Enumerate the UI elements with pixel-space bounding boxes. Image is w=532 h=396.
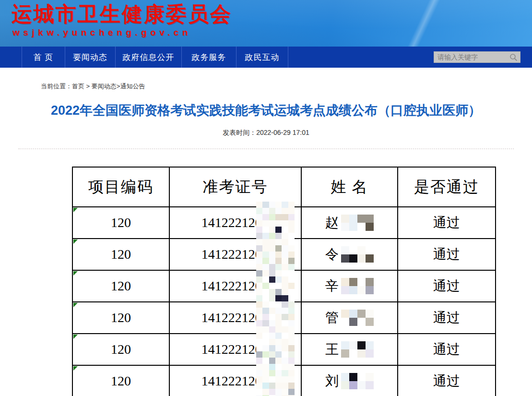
breadcrumb-label: 当前位置： xyxy=(41,83,72,90)
redaction-mosaic xyxy=(341,278,374,294)
col-header-name: 姓 名 xyxy=(301,167,398,207)
cell-project-code: 120 xyxy=(72,334,169,365)
site-domain: wsjkw.yuncheng.gov.cn xyxy=(12,27,191,38)
project-code-text: 120 xyxy=(111,278,131,293)
cell-passed: 通过 xyxy=(398,334,496,365)
search-icon[interactable] xyxy=(509,53,518,61)
surname-text: 令 xyxy=(325,245,339,264)
breadcrumb-separator: > xyxy=(84,83,92,90)
redaction-mosaic xyxy=(341,373,374,389)
project-code-text: 120 xyxy=(111,342,131,357)
surname-text: 辛 xyxy=(325,277,339,295)
nav-item-interaction[interactable]: 政民互动 xyxy=(236,47,288,68)
project-code-text: 120 xyxy=(111,310,131,325)
project-code-text: 120 xyxy=(111,215,131,230)
site-header: 运城市卫生健康委员会 wsjkw.yuncheng.gov.cn xyxy=(0,0,532,47)
project-code-text: 120 xyxy=(111,247,131,262)
breadcrumb-link-2[interactable]: 通知公告 xyxy=(120,83,145,90)
cell-corner-flag-icon xyxy=(73,335,78,339)
col-header-passed: 是否通过 xyxy=(398,167,496,207)
nav-item-gov-info[interactable]: 政府信息公开 xyxy=(115,47,181,68)
cell-corner-flag-icon xyxy=(73,271,78,276)
surname-text: 赵 xyxy=(325,214,339,232)
cell-name: 管 xyxy=(301,302,398,334)
cell-name: 令 xyxy=(301,239,398,270)
project-code-text: 120 xyxy=(111,373,131,388)
cell-passed: 通过 xyxy=(398,239,496,270)
surname-text: 王 xyxy=(325,340,339,359)
col-header-project-code: 项目编码 xyxy=(72,167,169,207)
page-title: 2022年全国医师资格考试实践技能考试运城考点成绩公布（口腔执业医师） xyxy=(0,102,532,119)
cell-passed: 通过 xyxy=(398,207,496,239)
nav-menu: 首 页要闻动态政府信息公开政务服务政民互动 xyxy=(22,47,288,68)
breadcrumb: 当前位置：首页 > 要闻动态>通知公告 xyxy=(41,82,145,91)
cell-passed: 通过 xyxy=(398,365,496,396)
surname-text: 刘 xyxy=(325,372,339,390)
cell-project-code: 120 xyxy=(72,270,169,302)
site-search xyxy=(434,51,520,63)
table-header-row: 项目编码准考证号姓 名是否通过 xyxy=(72,167,496,207)
cell-corner-flag-icon xyxy=(73,366,78,371)
divider-dotted xyxy=(18,148,514,149)
cell-corner-flag-icon xyxy=(73,208,78,212)
nav-item-news[interactable]: 要闻动态 xyxy=(65,47,115,68)
cell-corner-flag-icon xyxy=(73,240,78,244)
nav-item-services[interactable]: 政务服务 xyxy=(181,47,236,68)
cell-passed: 通过 xyxy=(398,302,496,334)
cell-corner-flag-icon xyxy=(73,303,78,307)
redaction-mosaic xyxy=(341,246,374,263)
surname-text: 管 xyxy=(325,309,339,327)
cell-name: 刘 xyxy=(301,365,398,396)
nav-item-home[interactable]: 首 页 xyxy=(22,47,65,68)
cell-name: 赵 xyxy=(301,207,398,239)
publish-time: 发表时间：2022-06-29 17:01 xyxy=(0,129,532,137)
main-nav: 首 页要闻动态政府信息公开政务服务政民互动 xyxy=(0,47,532,68)
cell-project-code: 120 xyxy=(72,239,169,270)
redaction-mosaic xyxy=(341,215,374,231)
redaction-mosaic xyxy=(341,341,374,358)
cell-project-code: 120 xyxy=(72,207,169,239)
redaction-band xyxy=(256,202,295,396)
cell-project-code: 120 xyxy=(72,302,169,334)
search-input[interactable] xyxy=(434,53,509,61)
breadcrumb-link-0[interactable]: 首页 xyxy=(72,83,84,90)
site-logo-text: 运城市卫生健康委员会 xyxy=(12,2,232,26)
cell-name: 王 xyxy=(301,334,398,365)
breadcrumb-link-1[interactable]: 要闻动态 xyxy=(92,83,117,90)
col-header-ticket-no: 准考证号 xyxy=(169,167,301,207)
cell-passed: 通过 xyxy=(398,270,496,302)
results-table: 项目编码准考证号姓 名是否通过 120141222120S赵通过12014122… xyxy=(72,167,495,396)
cell-name: 辛 xyxy=(301,270,398,302)
redaction-mosaic xyxy=(341,310,374,326)
cell-project-code: 120 xyxy=(72,365,169,396)
